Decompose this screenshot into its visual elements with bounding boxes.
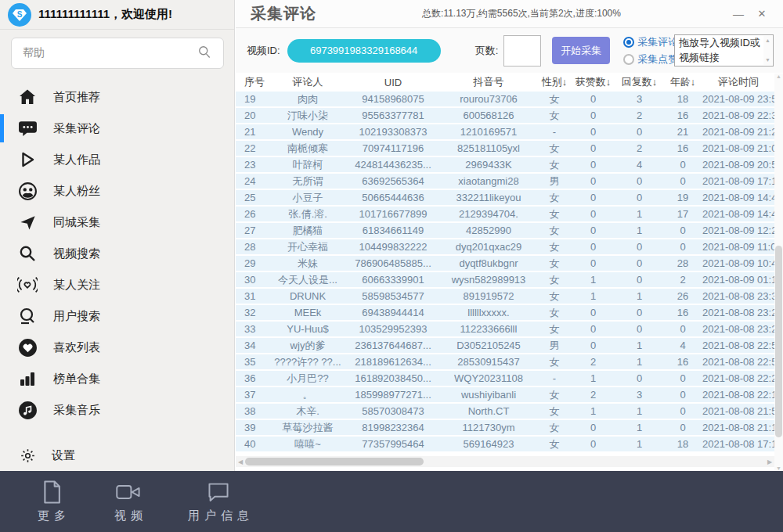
table-row[interactable]: 32MEEk69438944414llllllxxxxx.女00162021-0… bbox=[236, 305, 774, 320]
radio-selected-icon[interactable] bbox=[623, 37, 634, 48]
column-header[interactable]: 回复数↓ bbox=[615, 74, 663, 90]
column-header[interactable]: 性别↓ bbox=[538, 74, 571, 90]
table-row[interactable]: 23叶辞柯424814436235...2969433K女0402021-08-… bbox=[236, 157, 774, 172]
bottombar-item-2[interactable]: 用户信息 bbox=[183, 479, 254, 523]
table-row[interactable]: 19肉肉94158968075rourou73706女03182021-08-0… bbox=[236, 92, 774, 106]
sidebar-item-10[interactable]: 采集音乐 bbox=[0, 394, 235, 426]
table-row[interactable]: 24无所谓63692565364xiaotangmi28男0002021-08-… bbox=[236, 174, 774, 189]
cell: 20 bbox=[236, 108, 269, 123]
cell: 米妹 bbox=[269, 256, 347, 271]
scroll-down-icon[interactable]: ▼ bbox=[774, 466, 783, 471]
cell: 女 bbox=[538, 404, 571, 419]
cell: 2021-08-08 17:1 bbox=[702, 437, 774, 451]
table-row[interactable]: 26张.倩.溶.1017166778992129394704.女01172021… bbox=[236, 207, 774, 221]
cell: 0 bbox=[571, 207, 615, 221]
comments-table-wrap: 序号评论人UID抖音号性别↓获赞数↓回复数↓年龄↓评论时间 19肉肉941589… bbox=[236, 73, 774, 453]
sidebar-item-settings[interactable]: 设置 bbox=[0, 441, 235, 469]
cell: 569164923 bbox=[439, 437, 538, 451]
table-row[interactable]: 21Wendy1021933083731210169571-00212021-0… bbox=[236, 124, 774, 139]
sidebar-item-1[interactable]: 采集评论 bbox=[0, 113, 235, 144]
table-row[interactable]: 30今天人设是...60663339901wysn582989913女10220… bbox=[236, 272, 774, 287]
sidebar-item-7[interactable]: 用户搜索 bbox=[0, 300, 235, 332]
pages-input[interactable] bbox=[503, 35, 541, 66]
table-row[interactable]: 35????许?? ??...218189612634...2853091543… bbox=[236, 354, 774, 369]
main-header: 采集评论 总数:11.13万,约需5565次,当前第2次,进度:100% — ✕ bbox=[236, 0, 783, 28]
cell: 42852990 bbox=[439, 223, 538, 238]
cell: 27 bbox=[236, 223, 269, 238]
cell: 112233666lll bbox=[439, 322, 538, 336]
cell: 0 bbox=[663, 420, 702, 435]
sidebar-item-3[interactable]: 某人粉丝 bbox=[0, 175, 235, 207]
video-id-input[interactable] bbox=[287, 39, 441, 63]
cell: 0 bbox=[615, 124, 663, 139]
sidebar-item-5[interactable]: 视频搜索 bbox=[0, 238, 235, 269]
table-row[interactable]: 40嘻嘻~77357995464569164923女01182021-08-08… bbox=[236, 437, 774, 451]
table-row[interactable]: 25小豆子50665444636332211likeyou女00192021-0… bbox=[236, 190, 774, 205]
cell: 103529952393 bbox=[347, 322, 439, 336]
sidebar-item-2[interactable]: 某人作品 bbox=[0, 144, 235, 175]
cell: 草莓沙拉酱 bbox=[269, 420, 347, 435]
cell: 女 bbox=[538, 108, 571, 123]
table-row[interactable]: 37。185998977271...wushiyibanli女2302021-0… bbox=[236, 387, 774, 402]
horizontal-scrollbar[interactable]: ◀ ▶ bbox=[236, 456, 774, 467]
sidebar-item-label: 喜欢列表 bbox=[53, 340, 100, 355]
scroll-right-icon[interactable]: ▶ bbox=[765, 458, 774, 466]
sidebar-item-9[interactable]: 榜单合集 bbox=[0, 363, 235, 394]
cell: 0 bbox=[663, 174, 702, 189]
cell: 南栀倾寒 bbox=[269, 141, 347, 156]
cell: 1 bbox=[615, 223, 663, 238]
scroll-left-icon[interactable]: ◀ bbox=[236, 458, 245, 466]
cell: 女 bbox=[538, 289, 571, 304]
follow-icon bbox=[17, 275, 38, 295]
cell: 0 bbox=[571, 420, 615, 435]
table-row[interactable]: 38木辛.58570308473North.CT女1102021-08-08 2… bbox=[236, 404, 774, 419]
cell: 35 bbox=[236, 354, 269, 369]
cell: 30 bbox=[236, 272, 269, 287]
cell: 1 bbox=[615, 338, 663, 353]
scroll-up-icon[interactable]: ▲ bbox=[774, 74, 783, 79]
sidebar-item-0[interactable]: 首页推荐 bbox=[0, 81, 235, 113]
sidebar-item-4[interactable]: 同城采集 bbox=[0, 207, 235, 238]
sidebar-item-8[interactable]: 喜欢列表 bbox=[0, 332, 235, 363]
radio-collect-likes[interactable]: 采集点赞 bbox=[623, 52, 678, 66]
column-header[interactable]: 年龄↓ bbox=[663, 74, 702, 90]
cell: 0 bbox=[571, 124, 615, 139]
dropzone-textarea[interactable]: 拖放导入视频ID或视频链接 ▲▼ bbox=[674, 34, 774, 66]
search-icon[interactable] bbox=[197, 44, 212, 63]
table-body: 19肉肉94158968075rourou73706女03182021-08-0… bbox=[236, 92, 774, 451]
cell: 94158968075 bbox=[347, 92, 439, 106]
radio-collect-comments[interactable]: 采集评论 bbox=[623, 35, 678, 49]
close-button[interactable]: ✕ bbox=[750, 8, 774, 20]
cell: 77357995464 bbox=[347, 437, 439, 451]
start-collect-button[interactable]: 开始采集 bbox=[552, 37, 610, 64]
cell: 825181105yxl bbox=[439, 141, 538, 156]
fans-icon bbox=[17, 181, 38, 201]
table-row[interactable]: 33YU-Huu$103529952393112233666lll女000202… bbox=[236, 322, 774, 336]
vertical-scrollbar[interactable]: ▲ ▼ bbox=[774, 74, 783, 471]
table-row[interactable]: 39草莓沙拉酱819982323641121730ym女0102021-08-0… bbox=[236, 420, 774, 435]
column-header[interactable]: 获赞数↓ bbox=[571, 74, 615, 90]
table-row[interactable]: 29米妹786906485885...dyqtf8ukbgnr女00282021… bbox=[236, 256, 774, 271]
column-header: 抖音号 bbox=[439, 74, 538, 90]
horizontal-scroll-thumb[interactable] bbox=[245, 458, 424, 466]
table-row[interactable]: 34wjy的爹236137644687...D3052105245男014202… bbox=[236, 338, 774, 353]
cell: 1 bbox=[615, 207, 663, 221]
table-row[interactable]: 36小月巴??161892038450...WQY20231108-100202… bbox=[236, 371, 774, 386]
vertical-scroll-thumb[interactable] bbox=[775, 246, 782, 437]
table-row[interactable]: 22南栀倾寒70974117196825181105yxl女02162021-0… bbox=[236, 141, 774, 156]
minimize-button[interactable]: — bbox=[727, 8, 750, 20]
cell: 女 bbox=[538, 322, 571, 336]
sidebar-item-label: 用户搜索 bbox=[53, 309, 100, 324]
radio-unselected-icon[interactable] bbox=[623, 54, 634, 65]
table-row[interactable]: 27肥橘猫6183466114942852990女0102021-08-09 1… bbox=[236, 223, 774, 238]
cell: 37 bbox=[236, 387, 269, 402]
sidebar-item-6[interactable]: 某人关注 bbox=[0, 269, 235, 300]
search-box[interactable]: 帮助 bbox=[11, 38, 224, 69]
bottombar-item-1[interactable]: 视频 bbox=[106, 479, 150, 523]
sidebar-header: S 111111111111，欢迎使用! bbox=[0, 0, 234, 30]
table-row[interactable]: 31DRUNK58598534577891919572女11262021-08-… bbox=[236, 289, 774, 304]
table-row[interactable]: 20汀味小柒95563377781600568126女02162021-08-0… bbox=[236, 108, 774, 123]
table-row[interactable]: 28开心幸福104499832222dyq201qxac29女0002021-0… bbox=[236, 239, 774, 254]
bottombar-item-0[interactable]: 更多 bbox=[30, 479, 74, 523]
video-search-icon bbox=[17, 243, 38, 264]
